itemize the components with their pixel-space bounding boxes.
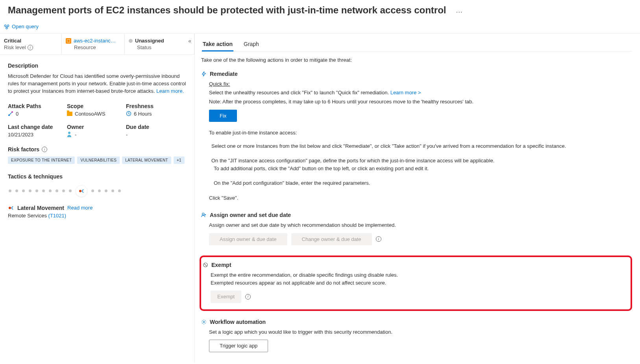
risk-tag[interactable]: LATERAL MOVEMENT <box>122 156 171 164</box>
assign-owner-heading: Assign owner and set due date <box>210 212 291 218</box>
page-title: Management ports of EC2 instances should… <box>8 5 446 16</box>
svg-point-10 <box>203 321 205 323</box>
owner-label: Owner <box>67 124 126 130</box>
lightning-icon <box>201 71 207 77</box>
info-icon[interactable]: i <box>42 147 47 152</box>
exempt-heading: Exempt <box>211 262 231 268</box>
risk-level-cell: Critical Risk level i <box>0 34 62 54</box>
last-change-label: Last change date <box>8 124 67 130</box>
quick-fix-note: Note: After the process completes, it ma… <box>209 98 632 106</box>
clock-icon <box>126 111 131 116</box>
take-action-intro: Take one of the the following actions in… <box>201 57 632 63</box>
server-icon <box>66 38 71 44</box>
svg-point-8 <box>202 213 204 215</box>
lateral-movement-label: Lateral Movement <box>17 205 64 211</box>
jit-step-2b: To add additional ports, click the "Add"… <box>211 165 632 173</box>
status-cell: Unassigned Status <box>125 34 194 54</box>
tactics-heading: Tactics & techniques <box>8 173 187 180</box>
due-date-label: Due date <box>126 124 185 130</box>
svg-point-3 <box>8 114 10 116</box>
resource-label: Resource <box>66 44 120 50</box>
collapse-icon[interactable]: « <box>188 38 191 44</box>
remediate-heading: Remediate <box>210 71 238 77</box>
open-query-icon <box>4 24 9 29</box>
remote-services-link[interactable]: (T1021) <box>48 213 67 219</box>
jit-step-1: Select one or more Instances from the li… <box>209 142 632 150</box>
change-owner-button[interactable]: Change owner & due date <box>291 233 372 246</box>
quick-fix-learn-more[interactable]: Learn more > <box>390 90 421 96</box>
exempt-icon <box>203 262 208 268</box>
last-change-value: 10/21/2023 <box>8 132 67 138</box>
tab-take-action[interactable]: Take action <box>202 39 233 51</box>
scope-label: Scope <box>67 103 126 109</box>
info-icon[interactable]: i <box>376 236 381 242</box>
lateral-movement-icon <box>8 205 14 211</box>
svg-point-6 <box>79 190 81 192</box>
info-icon[interactable]: i <box>245 294 251 300</box>
jit-step-4: Click "Save". <box>209 194 632 202</box>
workflow-desc: Set a logic app which you would like to … <box>209 328 632 336</box>
attack-paths-label: Attack Paths <box>8 103 67 109</box>
risk-tag[interactable]: VULNERABILITIES <box>77 156 120 164</box>
open-query-link[interactable]: Open query <box>12 24 39 29</box>
freshness-value: 6 Hours <box>134 111 152 117</box>
jit-step-3: On the "Add port configuration" blade, e… <box>209 179 632 187</box>
freshness-label: Freshness <box>126 103 185 109</box>
risk-factors-label: Risk factors <box>8 146 39 153</box>
assign-owner-desc: Assign owner and set due date by which r… <box>209 221 632 229</box>
enable-jit-intro: To enable just-in-time instance access: <box>209 129 632 137</box>
read-more-link[interactable]: Read more <box>67 205 92 211</box>
assign-owner-icon <box>201 212 207 218</box>
workflow-heading: Workflow automation <box>210 319 266 325</box>
tab-graph[interactable]: Graph <box>243 39 260 51</box>
assign-owner-button[interactable]: Assign owner & due date <box>209 233 287 246</box>
more-icon[interactable]: … <box>456 6 464 15</box>
remote-services-text: Remote Services <box>8 213 48 219</box>
attack-paths-value: 0 <box>16 111 18 117</box>
workflow-icon <box>201 319 207 325</box>
status-value: Unassigned <box>135 38 164 44</box>
quick-fix-label: Quick fix: <box>209 80 632 88</box>
trigger-logic-app-button[interactable]: Trigger logic app <box>209 340 268 352</box>
status-label: Status <box>129 44 189 50</box>
risk-tag[interactable]: EXPOSURE TO THE INTERNET <box>8 156 75 164</box>
description-learn-more[interactable]: Learn more. <box>156 88 184 94</box>
scope-value: ContosoAWS <box>75 111 105 117</box>
risk-level-value: Critical <box>4 38 57 44</box>
attack-path-icon <box>8 111 13 116</box>
due-date-value: - <box>126 132 185 138</box>
svg-point-7 <box>9 207 11 209</box>
quick-fix-text: Select the unhealthy resources and click… <box>209 90 390 96</box>
tactics-timeline <box>8 185 187 197</box>
resource-link[interactable]: aws-ec2-instanc… <box>74 38 116 44</box>
description-heading: Description <box>8 63 187 69</box>
resource-cell: aws-ec2-instanc… Resource <box>62 34 125 54</box>
user-icon <box>67 132 72 137</box>
tactic-active-icon[interactable] <box>76 185 87 197</box>
risk-level-label: Risk level <box>4 44 26 50</box>
exempt-button[interactable]: Exempt <box>211 290 241 303</box>
jit-step-2a: On the "JIT instance access configuratio… <box>211 157 632 165</box>
owner-value: - <box>75 132 76 138</box>
svg-point-4 <box>11 111 13 113</box>
status-dot-icon <box>129 39 133 43</box>
folder-icon <box>67 112 72 116</box>
exempt-desc-2: Exempted resources appear as not applica… <box>211 279 626 287</box>
info-icon[interactable]: i <box>28 45 33 50</box>
exempt-desc-1: Exempt the entire recommendation, or dis… <box>211 271 626 279</box>
risk-tag-more[interactable]: +1 <box>174 156 185 164</box>
svg-point-2 <box>6 27 7 29</box>
fix-button[interactable]: Fix <box>209 110 237 122</box>
